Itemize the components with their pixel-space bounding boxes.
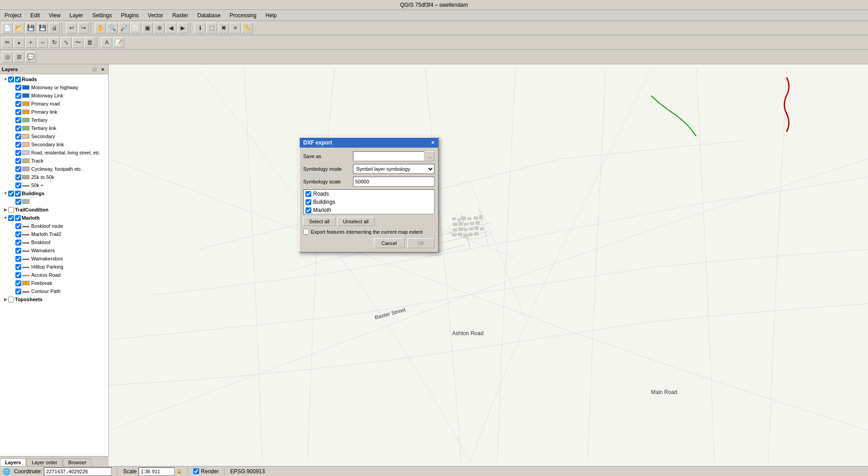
deselect-btn[interactable]: ✖ bbox=[218, 23, 229, 34]
dxf-cb-roads[interactable] bbox=[305, 191, 311, 197]
cb-cycleway[interactable] bbox=[15, 166, 21, 172]
tree-item-trailcondition[interactable]: ▶ TrailCondition bbox=[1, 206, 107, 214]
tree-item-buildings-fill[interactable] bbox=[8, 197, 107, 206]
checkbox-buildings[interactable] bbox=[8, 191, 14, 197]
tree-item-motorway-highway[interactable]: Motorway or highway bbox=[8, 83, 107, 91]
rotate-btn[interactable]: ↻ bbox=[49, 37, 60, 48]
dxf-cb-buildings[interactable] bbox=[305, 199, 311, 205]
cb-motorway-highway[interactable] bbox=[15, 85, 21, 91]
menu-layer[interactable]: Layer bbox=[67, 11, 86, 19]
menu-view[interactable]: View bbox=[46, 11, 63, 19]
label-btn[interactable]: A bbox=[101, 37, 112, 48]
tree-item-secondary-link[interactable]: Secondary link bbox=[8, 140, 107, 149]
cb-buildings-fill[interactable] bbox=[15, 199, 21, 205]
dxf-cb-marloth[interactable] bbox=[305, 207, 311, 213]
scale-btn[interactable]: ⤡ bbox=[61, 37, 72, 48]
layers-close-btn[interactable]: × bbox=[99, 66, 106, 73]
save-as-browse-btn[interactable]: ... bbox=[424, 151, 434, 161]
zoom-layer-btn[interactable]: ▣ bbox=[142, 23, 153, 34]
menu-help[interactable]: Help bbox=[263, 11, 280, 19]
render-checkbox[interactable] bbox=[193, 468, 199, 474]
tree-item-hilltop-parking[interactable]: Hilltop Parking bbox=[8, 263, 107, 271]
checkbox-trailcondition[interactable] bbox=[8, 207, 14, 213]
save-as-input[interactable] bbox=[353, 151, 424, 161]
coordinate-input[interactable]: 2271437,-4029226 bbox=[44, 467, 112, 476]
symbology-mode-select[interactable]: Symbol layer symbology No symbology Feat… bbox=[353, 164, 434, 174]
select-btn[interactable]: ⬚ bbox=[206, 23, 217, 34]
undo-btn[interactable]: ↩ bbox=[66, 23, 77, 34]
map-area[interactable]: Baxter Street Ashton Road Main Road DXF … bbox=[109, 64, 868, 466]
menu-processing[interactable]: Processing bbox=[227, 11, 259, 19]
annotation-btn[interactable]: 📝 bbox=[113, 37, 124, 48]
zoom-next-btn[interactable]: ▶ bbox=[177, 23, 188, 34]
scale-input[interactable]: 1:36 911 bbox=[138, 467, 175, 476]
dxf-layer-roads[interactable]: Roads bbox=[304, 190, 434, 198]
dxf-layer-marloth[interactable]: Marloth bbox=[304, 206, 434, 214]
menu-project[interactable]: Project bbox=[2, 11, 24, 19]
tree-item-wamakers[interactable]: Wamakers bbox=[8, 246, 107, 255]
checkbox-toposheets[interactable] bbox=[8, 297, 14, 303]
tree-item-boskloof[interactable]: Boskloof bbox=[8, 238, 107, 246]
dxf-dialog-title[interactable]: DXF export × bbox=[300, 138, 438, 148]
cb-hilltop-parking[interactable] bbox=[15, 264, 21, 270]
menu-edit[interactable]: Edit bbox=[28, 11, 43, 19]
cb-secondary[interactable] bbox=[15, 134, 21, 139]
tree-item-tertiary[interactable]: Tertiary bbox=[8, 116, 107, 124]
zoom-in-btn[interactable]: 🔍 bbox=[107, 23, 118, 34]
tree-item-primary-link[interactable]: Primary link bbox=[8, 108, 107, 116]
tab-layers[interactable]: Layers bbox=[0, 458, 26, 466]
cb-contour-path[interactable] bbox=[15, 288, 21, 294]
tree-item-50k[interactable]: 50k + bbox=[8, 181, 107, 189]
cb-wamakersbos[interactable] bbox=[15, 256, 21, 262]
menu-raster[interactable]: Raster bbox=[170, 11, 191, 19]
dxf-dialog-close-btn[interactable]: × bbox=[431, 139, 434, 146]
cb-marloth-trail2[interactable] bbox=[15, 231, 21, 237]
move-btn[interactable]: ↔ bbox=[37, 37, 48, 48]
cb-motorway-link[interactable] bbox=[15, 93, 21, 99]
delete-btn[interactable]: 🗑 bbox=[84, 37, 95, 48]
vis-marloth[interactable] bbox=[15, 215, 21, 221]
map-tips-btn[interactable]: 💬 bbox=[25, 52, 36, 63]
vis-roads[interactable] bbox=[15, 77, 21, 82]
digitize-btn[interactable]: ✏ bbox=[2, 37, 13, 48]
tree-item-secondary[interactable]: Secondary bbox=[8, 132, 107, 140]
new-project-btn[interactable]: 📄 bbox=[2, 23, 13, 34]
unselect-all-btn[interactable]: Unselect all bbox=[337, 217, 375, 226]
tree-item-tertiary-link[interactable]: Tertiary link bbox=[8, 124, 107, 132]
layers-minimize-btn[interactable]: □ bbox=[91, 66, 98, 73]
zoom-full-btn[interactable]: ⬜ bbox=[130, 23, 141, 34]
simplify-btn[interactable]: 〜 bbox=[72, 37, 83, 48]
cb-25k[interactable] bbox=[15, 174, 21, 180]
tree-item-contour-path[interactable]: Contour Path bbox=[8, 287, 107, 295]
cb-primary-link[interactable] bbox=[15, 109, 21, 115]
pan-btn[interactable]: ✋ bbox=[95, 23, 106, 34]
measure-btn[interactable]: 📏 bbox=[242, 23, 253, 34]
cb-secondary-link[interactable] bbox=[15, 142, 21, 148]
tree-item-marloth-trail2[interactable]: Marloth Trail2 bbox=[8, 230, 107, 238]
tree-item-wamakersbos[interactable]: Wamakersbos bbox=[8, 255, 107, 263]
cancel-btn[interactable]: Cancel bbox=[374, 238, 405, 248]
tree-group-marloth[interactable]: ▼ Marloth bbox=[1, 214, 107, 222]
checkbox-roads[interactable] bbox=[8, 77, 14, 82]
tab-browser[interactable]: Browser bbox=[63, 458, 91, 466]
tree-item-access-road[interactable]: Access Road bbox=[8, 271, 107, 279]
zoom-select-btn[interactable]: ⊕ bbox=[154, 23, 165, 34]
symbology-scale-input[interactable]: 50000 bbox=[353, 177, 434, 187]
tree-item-track[interactable]: Track bbox=[8, 157, 107, 165]
checkbox-marloth[interactable] bbox=[8, 215, 14, 221]
tree-item-cycleway[interactable]: Cycleway, footpath etc. bbox=[8, 165, 107, 173]
cb-boskloof[interactable] bbox=[15, 240, 21, 245]
cb-firebreak[interactable] bbox=[15, 280, 21, 286]
tree-item-residential[interactable]: Road, residential, living street, etc. bbox=[8, 149, 107, 157]
tree-group-roads[interactable]: ▼ Roads bbox=[1, 75, 107, 83]
grid-btn[interactable]: ⊞ bbox=[14, 52, 24, 63]
print-btn[interactable]: 🖨 bbox=[49, 23, 60, 34]
tab-layer-order[interactable]: Layer order bbox=[27, 458, 62, 466]
cb-track[interactable] bbox=[15, 158, 21, 164]
dxf-layer-buildings[interactable]: Buildings bbox=[304, 198, 434, 206]
cb-wamakers[interactable] bbox=[15, 248, 21, 254]
open-btn[interactable]: 📂 bbox=[14, 23, 24, 34]
menu-settings[interactable]: Settings bbox=[90, 11, 114, 19]
tree-item-motorway-link[interactable]: Motorway Link bbox=[8, 91, 107, 100]
zoom-out-btn[interactable]: 🔎 bbox=[119, 23, 129, 34]
